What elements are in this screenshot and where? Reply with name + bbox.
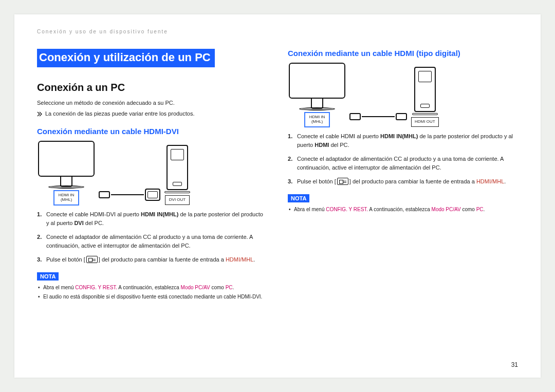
source-button-icon (86, 256, 98, 263)
step-2: Conecte el adaptador de alimentación CC … (288, 155, 518, 172)
step-1: Conecte el cable HDMI-DVI al puerto HDMI… (37, 210, 267, 228)
intro-text: Seleccione un método de conexión adecuad… (37, 99, 267, 107)
monitor-graphic: HDMI IN (MHL) (38, 141, 95, 205)
subsection-heading: Conexión mediante un cable HDMI (tipo di… (288, 49, 518, 58)
note-bullet: La conexión de las piezas puede variar e… (37, 109, 267, 119)
nota-list: Abra el menú CONFIG. Y REST. A continuac… (37, 284, 267, 301)
steps-list: Conecte el cable HDMI al puerto HDMI IN(… (288, 132, 518, 186)
pc-graphic: HDMI OUT (411, 67, 439, 127)
nota-badge: NOTA (37, 272, 59, 281)
connection-diagram-hdmi-dvi: HDMI IN (MHL) DVI OUT (38, 141, 267, 205)
nota-item: Abra el menú CONFIG. Y REST. A continuac… (288, 206, 518, 214)
cable-graphic (99, 184, 160, 205)
port-label-hdmi-in: HDMI IN (MHL) (305, 113, 329, 127)
cable-graphic (349, 106, 407, 127)
section-heading: Conexión a un PC (37, 82, 267, 94)
nota-badge: NOTA (288, 194, 309, 202)
step-3: Pulse el botón [] del producto para camb… (288, 177, 518, 186)
chapter-header: Conexión y uso de un dispositivo fuente (37, 29, 518, 34)
note-text: La conexión de las piezas puede variar e… (45, 109, 194, 119)
monitor-graphic: HDMI IN (MHL) (289, 63, 345, 127)
left-column: Conexión y utilización de un PC Conexión… (37, 49, 267, 302)
subsection-heading: Conexión mediante un cable HDMI-DVI (37, 127, 267, 136)
step-1: Conecte el cable HDMI al puerto HDMI IN(… (288, 132, 518, 150)
port-label-hdmi-out: HDMI OUT (411, 117, 439, 127)
step-2: Conecte el adaptador de alimentación CC … (37, 233, 267, 250)
source-button-icon (337, 178, 348, 185)
pc-graphic: DVI OUT (164, 145, 190, 205)
main-title: Conexión y utilización de un PC (37, 49, 215, 67)
page-number: 31 (511, 361, 518, 368)
nota-list: Abra el menú CONFIG. Y REST. A continuac… (288, 206, 518, 214)
step-3: Pulse el botón [] del producto para camb… (37, 255, 267, 264)
port-label-dvi-out: DVI OUT (165, 195, 190, 205)
nota-item: Abra el menú CONFIG. Y REST. A continuac… (37, 284, 267, 292)
steps-list: Conecte el cable HDMI-DVI al puerto HDMI… (37, 210, 267, 264)
nota-item: El audio no está disponible si el dispos… (37, 293, 267, 301)
chevron-icon (37, 110, 42, 119)
port-label-hdmi-in: HDMI IN (MHL) (54, 191, 79, 205)
manual-page: Conexión y uso de un dispositivo fuente … (14, 14, 541, 378)
connection-diagram-hdmi: HDMI IN (MHL) HDMI OUT (289, 63, 518, 127)
two-column-layout: Conexión y utilización de un PC Conexión… (37, 49, 518, 302)
right-column: Conexión mediante un cable HDMI (tipo di… (288, 49, 518, 302)
